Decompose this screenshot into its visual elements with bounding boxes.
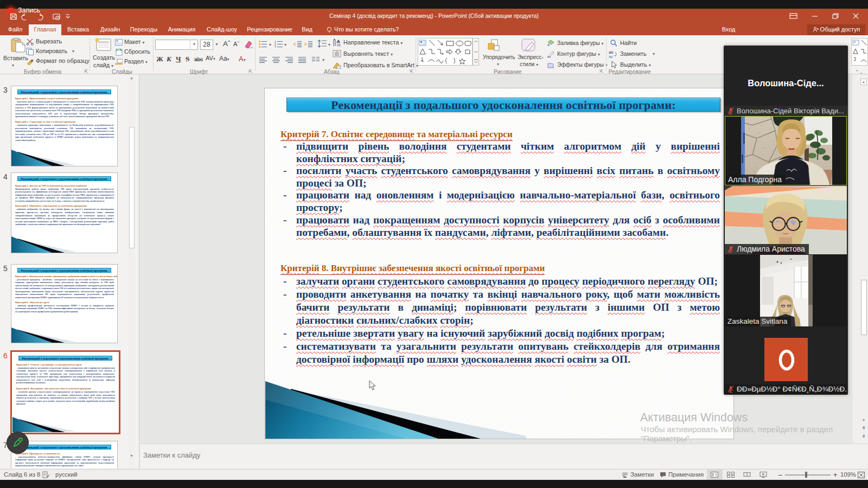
svg-text:ac: ac [609,54,613,58]
svg-text:A: A [337,39,340,44]
svg-text:3: 3 [275,46,276,48]
